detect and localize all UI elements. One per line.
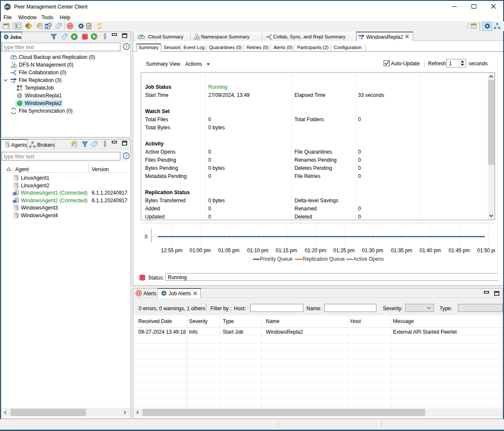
svg-text:?: ? <box>125 154 128 158</box>
svg-text:12: 12 <box>46 26 48 28</box>
svg-text:?: ? <box>125 44 128 49</box>
